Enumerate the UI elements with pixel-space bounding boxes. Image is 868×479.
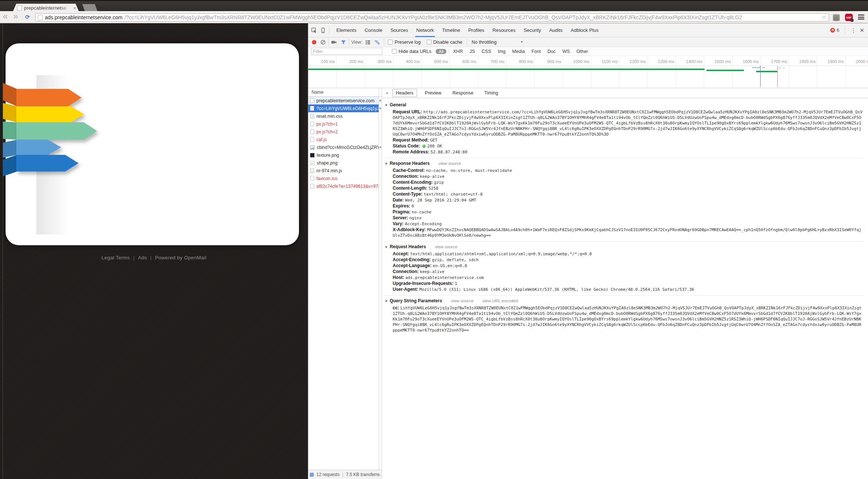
type-filter-img[interactable]: Img bbox=[498, 49, 506, 54]
reload-icon[interactable]: ⟳ bbox=[25, 14, 30, 20]
list-view-icon[interactable] bbox=[365, 39, 371, 45]
bookmark-star-icon[interactable]: ☆ bbox=[822, 14, 827, 21]
type-filter-font[interactable]: Font bbox=[532, 49, 541, 54]
request-row[interactable]: ?cc=LihYgVUW6LeG6H5vjq1yJx… bbox=[308, 104, 379, 112]
type-filter-media[interactable]: Media bbox=[512, 49, 525, 54]
type-filter-xhr[interactable]: XHR bbox=[453, 49, 463, 54]
type-filter-doc[interactable]: Doc bbox=[548, 49, 556, 54]
devtools-tab-profiles[interactable]: Profiles bbox=[465, 23, 487, 37]
disclosure-triangle-icon[interactable]: ▼ bbox=[385, 162, 388, 166]
waterfall-view-icon[interactable] bbox=[374, 39, 380, 45]
footer-link-legal-terms[interactable]: Legal Terms bbox=[102, 255, 130, 260]
preserve-log-checkbox[interactable] bbox=[388, 40, 393, 44]
request-row[interactable]: prepcableinternetservice.com bbox=[308, 97, 379, 104]
type-filter-other[interactable]: Other bbox=[576, 49, 588, 54]
devtools-tab-network[interactable]: Network bbox=[413, 23, 437, 37]
devtools-tab-audits[interactable]: Audits bbox=[546, 23, 565, 37]
tick-label: 2000 ms bbox=[846, 59, 868, 64]
gridline bbox=[534, 56, 535, 88]
devtools-close-icon[interactable]: ✕ bbox=[859, 27, 864, 34]
devtools-menu-icon[interactable]: ⋮ bbox=[851, 27, 856, 34]
request-row[interactable]: shape.png bbox=[308, 159, 379, 167]
view-url-encoded-link[interactable]: view URL encoded bbox=[482, 299, 518, 303]
header-value: text/html,application/xhtml+xml,applicat… bbox=[410, 252, 592, 256]
clear-icon[interactable] bbox=[320, 39, 326, 45]
devtools-tab-console[interactable]: Console bbox=[362, 23, 385, 37]
view-source-link[interactable]: view source bbox=[435, 245, 458, 249]
type-filter-css[interactable]: CSS bbox=[482, 49, 491, 54]
footer-link-powered-by[interactable]: Powered by OpenMail bbox=[155, 255, 206, 260]
extension-icon[interactable] bbox=[833, 14, 840, 21]
overview-bar-green bbox=[706, 70, 744, 71]
header-key: Accept-Encoding: bbox=[393, 257, 432, 262]
devtools-tab-elements[interactable]: Elements bbox=[333, 23, 359, 37]
detail-tab-preview[interactable]: Preview bbox=[422, 89, 445, 97]
devtools-tab-resources[interactable]: Resources bbox=[489, 23, 518, 37]
browser-menu-icon[interactable] bbox=[858, 14, 864, 20]
header-key: Connection: bbox=[393, 174, 420, 179]
section-title[interactable]: Query String Parameters bbox=[390, 298, 442, 303]
header-key: Connection: bbox=[393, 269, 420, 274]
filter-funnel-icon[interactable] bbox=[340, 39, 346, 45]
throttling-select[interactable]: No throttling bbox=[472, 40, 496, 45]
header-entry: Cache-Control: no-cache, no-store, must-… bbox=[385, 168, 864, 173]
footer-link-ads[interactable]: Ads bbox=[138, 255, 147, 260]
disclosure-triangle-icon[interactable]: ▼ bbox=[385, 103, 388, 107]
detail-tab-response[interactable]: Response bbox=[449, 89, 476, 97]
forward-icon[interactable]: » bbox=[13, 11, 18, 21]
inspect-element-icon[interactable] bbox=[311, 27, 317, 33]
type-filter-ws[interactable]: WS bbox=[562, 49, 570, 54]
tick-label: 1400 ms bbox=[676, 59, 702, 64]
request-row[interactable]: px.js?ch=2 bbox=[308, 128, 379, 136]
disclosure-triangle-icon[interactable]: ▼ bbox=[385, 299, 388, 303]
request-row[interactable]: caf.js bbox=[308, 136, 379, 143]
url-path: /?cc=LihYgVUW6LeG6H5vjq1yJxgfBwTm3sXRNR8… bbox=[124, 14, 819, 20]
disable-cache-checkbox[interactable] bbox=[427, 40, 432, 44]
network-status-bar: 12 requests | 7.5 KB transferre… bbox=[308, 470, 382, 479]
request-row[interactable]: favicon.ico bbox=[308, 174, 379, 182]
ribbon-fold-teal bbox=[3, 122, 17, 140]
section-title[interactable]: Request Headers bbox=[390, 244, 426, 249]
request-row[interactable]: texture.png bbox=[308, 151, 379, 159]
adblock-plus-icon[interactable]: ABP bbox=[845, 14, 853, 21]
network-overview-timeline[interactable]: 100 ms200 ms300 ms400 ms500 ms600 ms700 … bbox=[308, 56, 868, 88]
filter-input[interactable] bbox=[311, 48, 382, 55]
request-row[interactable]: af82c74cfe?a=13749613&v=974… bbox=[308, 182, 379, 190]
error-count-badge[interactable]: ✕ 6 bbox=[830, 27, 839, 33]
request-row[interactable]: cbind?cc=MmcGCtzOe4ZLjZRYIa… bbox=[308, 143, 379, 151]
section-title[interactable]: Response Headers bbox=[390, 161, 430, 166]
header-value: http://ads.prepcableinternetservice.com/… bbox=[393, 110, 862, 137]
header-value: en-US,en;q=0.8 bbox=[433, 263, 467, 268]
back-icon[interactable]: « bbox=[3, 11, 8, 21]
devtools-tab-security[interactable]: Security bbox=[521, 23, 544, 37]
type-filter-js[interactable]: JS bbox=[469, 49, 475, 54]
device-toolbar-icon[interactable] bbox=[320, 27, 326, 33]
devtools-tab-adblock-plus[interactable]: Adblock Plus bbox=[568, 23, 602, 37]
devtools-tab-sources[interactable]: Sources bbox=[388, 23, 411, 37]
tick-label: 600 ms bbox=[450, 59, 476, 64]
browser-toolbar: « » ⟳ ads.prepcableinternetservice.com /… bbox=[0, 11, 868, 23]
name-column-header[interactable]: Name bbox=[308, 88, 379, 97]
request-row[interactable]: reset.min.css bbox=[308, 112, 379, 120]
view-source-link[interactable]: view source bbox=[451, 299, 473, 303]
request-row[interactable]: px.js?ch=1 bbox=[308, 120, 379, 128]
section-title[interactable]: General bbox=[390, 102, 406, 107]
close-detail-icon[interactable]: × bbox=[386, 90, 389, 96]
request-row[interactable]: nr-974.min.js bbox=[308, 167, 379, 174]
url-bar[interactable]: ads.prepcableinternetservice.com /?cc=Li… bbox=[35, 13, 829, 21]
devtools-tab-timeline[interactable]: Timeline bbox=[439, 23, 463, 37]
hide-data-urls-checkbox[interactable] bbox=[392, 49, 397, 54]
record-button[interactable] bbox=[312, 40, 316, 44]
screenshot-camera-icon[interactable] bbox=[331, 39, 337, 45]
detail-tab-headers[interactable]: Headers bbox=[392, 89, 417, 97]
tick-label: 1600 ms bbox=[733, 59, 759, 64]
waterfall-mark bbox=[379, 100, 381, 102]
tab-close-icon[interactable]: × bbox=[73, 6, 76, 11]
detail-tab-timing[interactable]: Timing bbox=[481, 89, 502, 97]
page-viewport: Legal Terms|Ads|Powered by OpenMail bbox=[0, 23, 308, 479]
disclosure-triangle-icon[interactable]: ▼ bbox=[385, 245, 388, 249]
section-request-headers: ▼Request Headersview sourceAccept: text/… bbox=[385, 241, 864, 294]
type-filter-all[interactable]: All bbox=[436, 49, 446, 54]
header-key: Date: bbox=[393, 197, 405, 203]
view-source-link[interactable]: view source bbox=[439, 161, 461, 166]
